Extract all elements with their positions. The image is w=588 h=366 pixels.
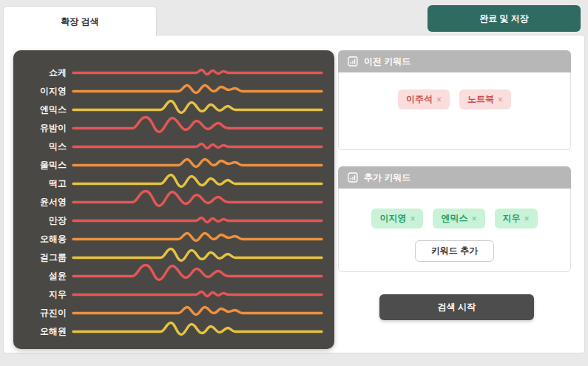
remove-tag-icon[interactable]: ×	[471, 214, 476, 224]
previous-keyword-tags: 이주석 × 노트북 ×	[339, 72, 570, 109]
sparkline-row: 이지영	[18, 82, 334, 101]
remove-tag-icon[interactable]: ×	[436, 95, 442, 105]
additional-keyword-tags: 이지영 × 엔믹스 × 지우 ×	[339, 189, 570, 228]
previous-keywords-panel: 이전 키워드 이주석 × 노트북 ×	[338, 50, 571, 150]
sparkline	[73, 82, 322, 101]
add-keyword-button[interactable]: 키워드 추가	[415, 240, 494, 262]
sparkline-row: 지우	[18, 285, 334, 304]
keyword-tag-label: 지우	[503, 212, 521, 225]
additional-keywords-body: 이지영 × 엔믹스 × 지우 × 키워드 추가	[338, 189, 571, 272]
sparkline	[73, 211, 322, 230]
bar-chart-icon	[348, 172, 358, 183]
remove-tag-icon[interactable]: ×	[524, 214, 530, 224]
sparkline	[73, 248, 322, 267]
sparkline-row: 설윤	[18, 267, 334, 285]
sparkline-row: 규진이	[18, 304, 334, 322]
sparkline-row: 오해원	[18, 322, 334, 341]
previous-keywords-body: 이주석 × 노트북 ×	[338, 72, 571, 150]
row-label: 윤서영	[18, 196, 67, 209]
sparkline-row: 유밤이	[18, 119, 334, 138]
row-label: 오해원	[18, 325, 67, 338]
tab-label: 확장 검색	[61, 16, 98, 28]
keyword-tag-label: 이지영	[379, 212, 406, 225]
row-label: 엔믹스	[18, 104, 67, 116]
row-label: 이지영	[18, 85, 67, 98]
keyword-tag[interactable]: 엔믹스 ×	[433, 209, 484, 228]
additional-keywords-panel: 추가 키워드 이지영 × 엔믹스 × 지우 × 키워드 추가	[338, 166, 571, 272]
row-label: 쇼케	[18, 67, 67, 79]
sparkline-row: 믹스	[18, 138, 334, 156]
keyword-tag[interactable]: 지우 ×	[495, 209, 538, 228]
sparkline	[73, 101, 322, 119]
row-label: 떡고	[18, 177, 67, 190]
previous-keywords-header: 이전 키워드	[338, 50, 571, 72]
sparkline	[73, 285, 322, 304]
sparkline-row: 오해응	[18, 230, 334, 248]
additional-keywords-header: 추가 키워드	[338, 166, 571, 189]
row-label: 오해응	[18, 233, 67, 245]
remove-tag-icon[interactable]: ×	[498, 95, 503, 105]
bar-chart-icon	[348, 56, 358, 67]
sparkline	[73, 138, 322, 156]
sparkline	[73, 156, 322, 174]
panel-title: 추가 키워드	[364, 172, 410, 184]
row-label: 지우	[18, 288, 67, 301]
tab-extended-search[interactable]: 확장 검색	[3, 6, 157, 36]
sparkline-panel: 쇼케 이지영 엔믹스 유밤이 믹스	[13, 50, 334, 349]
sparkline	[73, 267, 322, 285]
remove-tag-icon[interactable]: ×	[410, 214, 415, 224]
sparkline-row: 엔믹스	[18, 101, 334, 119]
sparkline	[73, 304, 322, 322]
keyword-tag-label: 엔믹스	[441, 212, 467, 225]
sparkline-row: 윤서영	[18, 193, 334, 211]
keyword-tag[interactable]: 이지영 ×	[371, 209, 423, 228]
save-button[interactable]: 완료 및 저장	[428, 5, 581, 32]
row-label: 울믹스	[18, 159, 67, 172]
panel-title: 이전 키워드	[364, 55, 410, 68]
sparkline-row: 떡고	[18, 174, 334, 193]
sparkline-row: 울믹스	[18, 156, 334, 174]
keyword-tag[interactable]: 노트북 ×	[459, 89, 511, 109]
sparkline-row: 걸그룹	[18, 248, 334, 267]
keyword-tag-label: 이주석	[406, 93, 433, 106]
sparkline	[73, 230, 322, 248]
sparkline-rows: 쇼케 이지영 엔믹스 유밤이 믹스	[18, 64, 334, 341]
sparkline	[73, 322, 322, 341]
row-label: 만장	[18, 214, 67, 227]
keyword-tag-label: 노트북	[467, 93, 494, 106]
sparkline	[73, 174, 322, 193]
sparkline	[73, 193, 322, 211]
sparkline	[73, 64, 322, 82]
row-label: 규진이	[18, 307, 67, 319]
row-label: 믹스	[18, 140, 67, 153]
row-label: 설윤	[18, 270, 67, 282]
sparkline-row: 쇼케	[18, 64, 334, 82]
sparkline	[73, 119, 322, 138]
row-label: 걸그룹	[18, 251, 67, 264]
sparkline-row: 만장	[18, 211, 334, 230]
keyword-tag[interactable]: 이주석 ×	[398, 89, 450, 109]
row-label: 유밤이	[18, 122, 67, 135]
start-search-button[interactable]: 검색 시작	[379, 294, 534, 320]
